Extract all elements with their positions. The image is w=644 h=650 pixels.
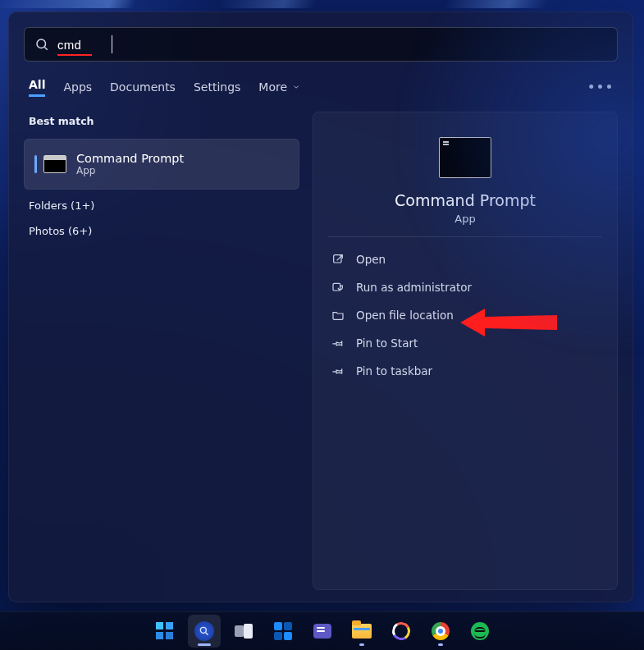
tab-all-label: All <box>29 78 45 91</box>
tab-all[interactable]: All <box>29 76 45 97</box>
tab-documents[interactable]: Documents <box>110 79 176 95</box>
svg-rect-2 <box>334 255 341 263</box>
taskbar <box>0 611 644 650</box>
command-prompt-icon <box>43 155 66 173</box>
annotation-arrow <box>460 302 559 343</box>
action-run-admin-label: Run as administrator <box>356 281 472 294</box>
tab-settings-label: Settings <box>194 80 240 94</box>
search-icon <box>194 621 214 641</box>
category-photos[interactable]: Photos (6+) <box>24 215 299 240</box>
taskbar-chat-button[interactable] <box>306 615 339 648</box>
action-open-location-label: Open file location <box>356 309 454 322</box>
taskbar-start-button[interactable] <box>148 615 181 648</box>
result-title: Command Prompt <box>76 152 184 165</box>
pin-icon <box>331 336 345 350</box>
preview-title: Command Prompt <box>395 191 536 209</box>
svg-point-0 <box>37 39 46 48</box>
action-pin-to-start[interactable]: Pin to Start <box>328 329 602 357</box>
tab-documents-label: Documents <box>110 80 176 94</box>
taskbar-spotify-button[interactable] <box>464 615 496 648</box>
taskbar-search-button[interactable] <box>188 615 221 648</box>
pin-icon <box>331 364 345 378</box>
action-open-file-location[interactable]: Open file location <box>328 301 602 329</box>
chevron-down-icon <box>292 83 300 91</box>
taskbar-file-explorer-button[interactable] <box>345 615 378 648</box>
tab-apps[interactable]: Apps <box>63 79 92 95</box>
overflow-menu-button[interactable]: ••• <box>584 79 618 95</box>
ring-icon <box>390 620 412 643</box>
task-view-icon <box>235 624 253 639</box>
taskbar-app-ring-button[interactable] <box>385 615 418 648</box>
tab-more-label: More <box>258 80 287 94</box>
results-list: Best match Command Prompt App Folders (1… <box>24 112 299 590</box>
search-icon <box>34 37 49 52</box>
svg-line-1 <box>44 47 47 49</box>
action-pin-taskbar-label: Pin to taskbar <box>356 364 432 378</box>
open-icon <box>331 253 345 266</box>
folder-icon <box>331 309 345 322</box>
filter-tabs: All Apps Documents Settings More ••• <box>24 76 618 97</box>
best-match-item[interactable]: Command Prompt App <box>24 139 299 190</box>
tab-settings[interactable]: Settings <box>194 79 240 95</box>
tab-apps-label: Apps <box>63 80 92 94</box>
taskbar-chrome-button[interactable] <box>424 615 457 648</box>
svg-point-5 <box>200 627 206 633</box>
shield-admin-icon <box>331 281 345 294</box>
svg-line-6 <box>205 633 208 635</box>
text-caret <box>112 35 112 53</box>
file-explorer-icon <box>352 624 372 639</box>
spotify-icon <box>471 622 489 640</box>
search-box[interactable] <box>24 27 618 62</box>
search-input[interactable] <box>57 38 605 52</box>
widgets-icon <box>274 622 292 640</box>
tab-more[interactable]: More <box>258 79 300 95</box>
preview-app-icon <box>439 137 491 178</box>
annotation-underline <box>57 54 92 56</box>
windows-start-icon <box>156 622 174 640</box>
action-pin-to-taskbar[interactable]: Pin to taskbar <box>328 357 602 385</box>
taskbar-task-view-button[interactable] <box>227 615 260 648</box>
action-pin-start-label: Pin to Start <box>356 336 418 350</box>
chat-icon <box>313 624 331 639</box>
start-search-panel: All Apps Documents Settings More ••• Bes… <box>8 11 633 602</box>
category-folders[interactable]: Folders (1+) <box>24 190 299 215</box>
chrome-icon <box>432 622 450 640</box>
preview-subtitle: App <box>454 213 475 225</box>
action-open[interactable]: Open <box>328 245 602 273</box>
selection-indicator <box>34 155 37 173</box>
taskbar-widgets-button[interactable] <box>267 615 299 648</box>
action-run-as-administrator[interactable]: Run as administrator <box>328 273 602 301</box>
preview-pane: Command Prompt App Open Run as administr… <box>313 112 618 590</box>
preview-actions: Open Run as administrator Open file loca… <box>328 245 602 385</box>
best-match-label: Best match <box>24 112 299 130</box>
result-subtitle: App <box>76 165 184 176</box>
action-open-label: Open <box>356 253 386 266</box>
svg-marker-4 <box>460 309 557 336</box>
